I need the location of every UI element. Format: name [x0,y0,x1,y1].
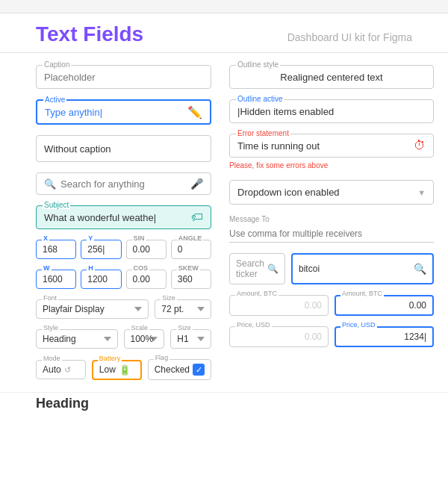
coord-y-label: Y [87,234,94,242]
coord-w-input[interactable] [36,270,76,289]
amount1-value: 0.00 [305,300,322,311]
flag-box[interactable]: Checked ✓ [148,359,211,380]
coord-sin-label: SIN [132,234,146,242]
style-row: Style Heading Scale 100% Size H1 [36,329,211,349]
outline-style-field[interactable]: Outline style (function(){ const d = JSO… [229,65,434,89]
coord-skew-label: SKEW [177,264,200,272]
rotate-icon: ↺ [64,365,71,375]
coord-h-input[interactable] [81,270,121,289]
mode-label: Mode [42,355,62,362]
coord-x-cell: X (function(){ const d = JSON.parse(docu… [36,240,76,259]
battery-icon: 🔋 [119,364,131,376]
price1-value: 0.00 [305,332,322,342]
ticker-search-icon: 🔍 [267,264,279,274]
amount1-label: Amount, BTC [235,290,279,297]
outline-active-input[interactable] [237,106,426,117]
amount-row: Amount, BTC 0.00 Amount, BTC 0.00 [229,295,434,316]
price1-box[interactable]: 0.00 [229,326,329,347]
outline-style-label: Outline style [236,60,280,69]
flag-checkbox[interactable]: ✓ [193,364,205,376]
bitcoin-search-icon: 🔍 [414,263,426,275]
page-subtitle: Dashboard UI kit for Figma [287,31,412,43]
clock-icon: ⏱ [414,139,426,152]
flag-value: Checked [155,364,190,375]
bitcoin-search-field[interactable]: 🔍 (function(){ const d = JSON.parse(docu… [291,253,434,284]
size-label: Size [161,294,177,302]
size2-group: Size H1 [170,329,211,349]
coord-cos-cell: COS (function(){ const d = JSON.parse(do… [126,270,167,289]
coord-w-label: W [42,264,52,272]
dropdown-field[interactable]: Dropdown icon enabled ▼ [229,180,434,205]
coord-sin-input[interactable] [126,240,167,259]
heading-section: Heading [0,392,448,417]
coord-h-label: H [87,264,95,272]
heading-text: Heading [36,396,89,411]
font-label: Font [42,294,58,302]
style-group: Style Heading [36,329,118,349]
ticker-row: Search ticker 🔍 🔍 (function(){ const d =… [229,253,434,284]
coord-y-cell: Y (function(){ const d = JSON.parse(docu… [81,240,121,259]
subject-input[interactable] [44,212,203,223]
without-caption-field[interactable]: (function(){ const d = JSON.parse(docume… [36,135,211,162]
mode-box[interactable]: Auto ↺ [36,360,86,379]
battery-label: Battery [98,355,122,362]
page-header: Text Fields Dashboard UI kit for Figma [0,13,448,53]
amount1-group: Amount, BTC 0.00 [229,295,329,316]
price2-box[interactable]: 1234| [335,326,434,347]
search-input[interactable] [60,178,186,190]
scale-select[interactable]: 100% [124,329,165,349]
dropdown-chevron-icon: ▼ [417,188,426,197]
left-column: Caption Active ✏️ (function(){ const d =… [36,65,211,380]
ticker-search-field[interactable]: Search ticker 🔍 [229,253,285,284]
dropdown-value: Dropdown icon enabled [237,187,340,198]
font-select[interactable]: Playfair Display [36,299,149,319]
size-group: Size 72 pt. [155,299,211,319]
amount2-label: Amount, BTC [340,290,384,297]
size2-select[interactable]: H1 [170,329,211,349]
amount1-box[interactable]: 0.00 [229,295,329,316]
price-row: Price, USD 0.00 Price, USD 1234| [229,326,434,347]
coord-cos-label: COS [132,264,150,272]
battery-box[interactable]: Low 🔋 [92,360,142,380]
message-input[interactable] [229,225,434,243]
active-field[interactable]: Active ✏️ (function(){ const d = JSON.pa… [36,99,211,125]
error-input[interactable] [237,140,426,152]
message-label: Message To [229,215,434,223]
placeholder-input[interactable] [44,72,203,83]
top-bar [0,0,448,13]
caption-label: Caption [43,60,71,69]
page-title: Text Fields [36,22,143,46]
coord-w-cell: W (function(){ const d = JSON.parse(docu… [36,270,76,289]
without-caption-input[interactable] [44,143,203,155]
coord-cos-input[interactable] [126,270,167,289]
outline-active-field[interactable]: Outline active (function(){ const d = JS… [229,99,434,123]
mic-icon: 🎤 [190,178,203,190]
caption-field[interactable]: Caption [36,65,211,89]
battery-value: Low [99,364,116,375]
outline-style-input[interactable] [237,72,426,83]
search-icon: 🔍 [44,178,56,190]
coord-x-input[interactable] [36,240,76,259]
amount2-value: 0.00 [409,300,426,311]
amount2-box[interactable]: 0.00 [335,295,434,316]
size-select[interactable]: 72 pt. [155,299,211,319]
coord-angle-cell: ANGLE (function(){ const d = JSON.parse(… [171,240,211,259]
coord-angle-input[interactable] [171,240,211,259]
search-field[interactable]: 🔍 🎤 [36,172,211,195]
coord-y-input[interactable] [81,240,121,259]
edit-icon: ✏️ [187,105,202,119]
message-group: Message To [229,215,434,243]
font-group: Font Playfair Display [36,299,149,319]
outline-active-label: Outline active [236,95,284,103]
error-message: Please, fix some errors above [229,161,434,169]
main-content: Caption Active ✏️ (function(){ const d =… [0,53,448,392]
bitcoin-input[interactable] [299,264,411,274]
coord-skew-input[interactable] [171,270,211,289]
subject-field[interactable]: Subject 🏷 (function(){ const d = JSON.pa… [36,205,211,229]
mode-value: Auto [43,364,61,375]
error-field[interactable]: Error statement ⏱ (function(){ const d =… [229,134,434,158]
active-input[interactable] [45,107,202,118]
price2-group: Price, USD 1234| [335,326,434,347]
style-label: Style [42,324,60,332]
style-select[interactable]: Heading [36,329,118,349]
